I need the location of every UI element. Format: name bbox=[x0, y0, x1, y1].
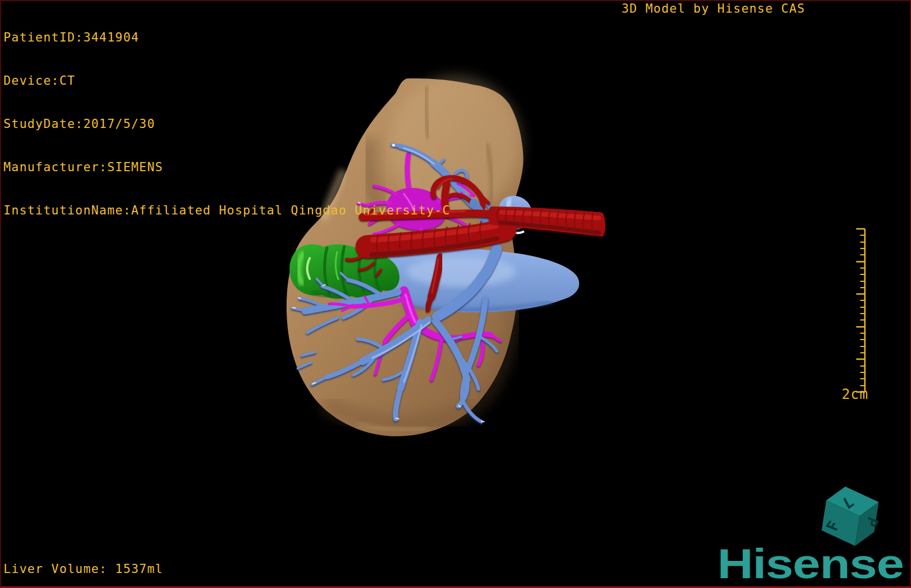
ruler-ticks bbox=[832, 228, 874, 406]
viewer-screen: PatientID:3441904 Device:CT StudyDate:20… bbox=[0, 0, 911, 588]
scale-ruler-label: 2cm bbox=[836, 386, 874, 402]
watermark-title: 3D Model by Hisense CAS bbox=[622, 2, 805, 16]
orientation-cube-icon: L F P bbox=[819, 482, 885, 548]
institution-name: InstitutionName:Affiliated Hospital Qing… bbox=[3, 203, 450, 218]
patient-id: PatientID:3441904 bbox=[3, 31, 450, 45]
manufacturer: Manufacturer:SIEMENS bbox=[3, 160, 450, 175]
study-info-block: PatientID:3441904 Device:CT StudyDate:20… bbox=[3, 2, 450, 247]
liver-volume-readout: Liver Volume: 1537ml bbox=[3, 562, 163, 576]
study-date: StudyDate:2017/5/30 bbox=[3, 117, 450, 131]
orientation-cube[interactable]: L F P bbox=[819, 482, 885, 548]
scale-ruler bbox=[832, 228, 874, 406]
hisense-logo: Hisense bbox=[717, 543, 904, 585]
device: Device:CT bbox=[3, 74, 450, 88]
